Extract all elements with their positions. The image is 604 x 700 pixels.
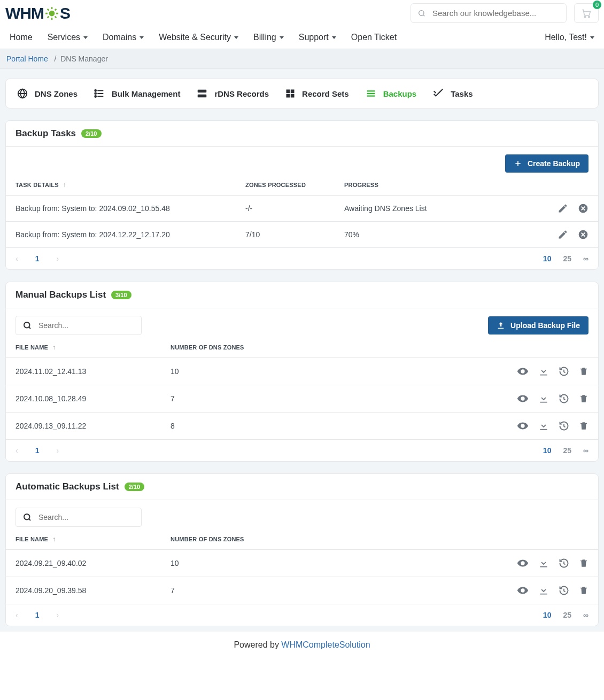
dns-subnav: DNS Zones Bulk Management rDNS Records R… [5,79,599,108]
sort-asc-icon: ↑ [63,181,66,189]
tab-bulk[interactable]: Bulk Management [94,88,180,99]
svg-point-16 [24,322,30,328]
next-page[interactable]: › [56,446,59,455]
delete-icon[interactable] [579,393,588,405]
next-page[interactable]: › [56,254,59,263]
nav-website-security[interactable]: Website & Security [159,33,238,42]
prev-page[interactable]: ‹ [16,446,18,455]
restore-icon[interactable] [559,585,569,596]
download-icon[interactable] [538,557,549,569]
cancel-icon[interactable] [578,229,588,240]
view-icon[interactable] [517,557,529,569]
kb-search-input[interactable] [431,8,560,18]
view-icon[interactable] [517,585,529,596]
perpage-all[interactable]: ∞ [583,611,588,619]
tab-record-sets[interactable]: Record Sets [285,88,349,99]
delete-icon[interactable] [579,557,588,569]
page-1[interactable]: 1 [35,254,40,263]
view-icon[interactable] [517,393,529,405]
th-zone-count[interactable]: NUMBER OF DNS ZONES [171,536,482,542]
view-icon[interactable] [517,420,529,432]
next-page[interactable]: › [56,611,59,619]
backup-tasks-title: Backup Tasks [16,128,76,139]
svg-point-18 [522,398,524,400]
cart-badge: 0 [593,1,601,9]
view-icon[interactable] [517,365,529,377]
tab-dns-zones[interactable]: DNS Zones [17,88,78,99]
zones-processed: -/- [245,204,344,213]
svg-point-19 [522,425,524,427]
nav-domains[interactable]: Domains [103,33,144,42]
backup-row: 2024.09.21_09.40.02 10 [6,549,598,577]
nav-open-ticket[interactable]: Open Ticket [351,33,397,42]
download-icon[interactable] [538,420,549,432]
footer-brand-link[interactable]: WHMCompleteSolution [281,640,370,649]
th-zones-processed[interactable]: ZONES PROCESSED [245,182,344,188]
perpage-10[interactable]: 10 [543,254,552,263]
svg-rect-8 [198,90,207,93]
card-backup-tasks: Backup Tasks 2/10 Create Backup TASK DET… [5,120,599,270]
th-file-name[interactable]: FILE NAME↑ [16,535,171,543]
chevron-down-icon [140,36,144,39]
cancel-icon[interactable] [578,203,588,214]
backup-row: 2024.10.08_10.28.49 7 [6,385,598,412]
delete-icon[interactable] [579,365,588,377]
brand-logo[interactable]: WHM S [5,4,70,22]
nav-services[interactable]: Services [48,33,88,42]
svg-point-3 [588,16,590,18]
create-backup-button[interactable]: Create Backup [505,154,588,173]
tab-backups[interactable]: Backups [365,88,417,99]
nav-support[interactable]: Support [299,33,336,42]
perpage-all[interactable]: ∞ [583,446,588,455]
th-progress[interactable]: PROGRESS [344,182,540,188]
crumb-current: DNS Manager [60,55,108,63]
upload-backup-button[interactable]: Upload Backup File [488,316,588,335]
perpage-25[interactable]: 25 [563,254,571,263]
manual-chip: 3/10 [111,291,131,299]
delete-icon[interactable] [579,420,588,432]
kb-search[interactable] [411,3,567,23]
perpage-25[interactable]: 25 [563,611,571,619]
restore-icon[interactable] [559,557,569,569]
auto-search[interactable] [16,508,142,527]
page-1[interactable]: 1 [35,611,40,619]
download-icon[interactable] [538,585,549,596]
cart-button[interactable]: 0 [574,3,599,23]
page-1[interactable]: 1 [35,446,40,455]
th-zone-count[interactable]: NUMBER OF DNS ZONES [171,344,482,351]
manual-search[interactable] [16,316,142,335]
upload-icon [497,321,505,330]
edit-icon[interactable] [557,229,568,240]
download-icon[interactable] [538,393,549,405]
footer: Powered by WHMCompleteSolution [0,632,604,660]
prev-page[interactable]: ‹ [16,254,18,263]
auto-chip: 2/10 [125,483,144,491]
auto-search-input[interactable] [37,512,135,522]
download-icon[interactable] [538,365,549,377]
perpage-all[interactable]: ∞ [583,254,588,263]
restore-icon[interactable] [559,393,569,405]
tab-tasks[interactable]: Tasks [432,88,473,99]
server-icon [196,88,208,99]
nav-home[interactable]: Home [10,33,33,42]
tab-rdns[interactable]: rDNS Records [196,88,269,99]
backup-icon [365,88,377,99]
prev-page[interactable]: ‹ [16,611,18,619]
restore-icon[interactable] [559,420,569,432]
user-menu[interactable]: Hello, Test! [545,33,594,42]
chevron-down-icon [332,36,336,39]
delete-icon[interactable] [579,585,588,596]
th-task-details[interactable]: TASK DETAILS↑ [16,181,245,189]
perpage-10[interactable]: 10 [543,611,552,619]
svg-rect-13 [291,94,295,98]
crumb-home[interactable]: Portal Home [6,55,48,63]
perpage-10[interactable]: 10 [543,446,552,455]
edit-icon[interactable] [557,203,568,214]
perpage-25[interactable]: 25 [563,446,571,455]
manual-search-input[interactable] [37,321,135,330]
th-file-name[interactable]: FILE NAME↑ [16,344,171,351]
nav-billing[interactable]: Billing [253,33,284,42]
restore-icon[interactable] [559,365,569,377]
backup-row: 2024.09.20_09.39.58 7 [6,577,598,604]
svg-point-21 [522,562,524,564]
